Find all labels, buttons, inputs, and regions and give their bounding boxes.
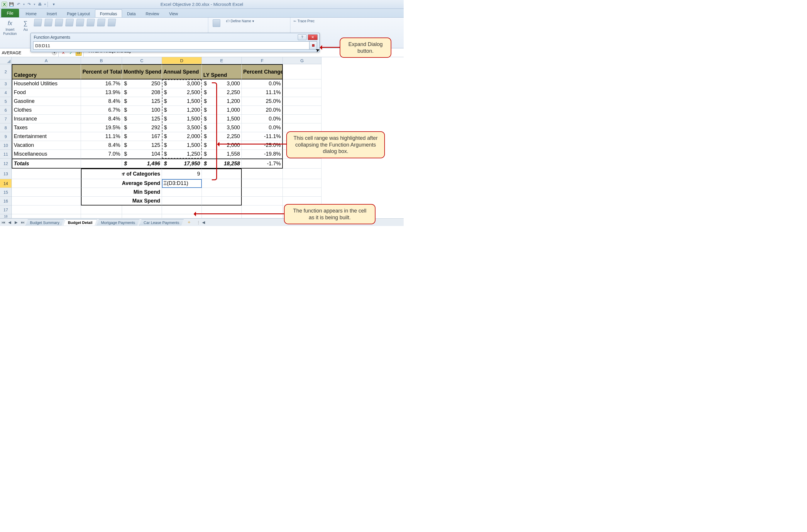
cell-percent-total[interactable]: 19.5% [81,124,122,132]
cell-ly[interactable]: $2,250 [202,88,242,97]
avg-spend-label[interactable]: Average Spend [122,179,162,188]
cell-empty[interactable] [12,188,81,197]
cell-empty[interactable] [283,188,322,197]
cell-monthly[interactable]: $250 [122,79,162,88]
col-header-d[interactable]: D [162,57,202,64]
tab-data[interactable]: Data [122,10,141,17]
cell-percent-total[interactable]: 13.9% [81,88,122,97]
more-functions-icon[interactable] [108,19,116,26]
min-spend-value[interactable] [162,188,202,197]
min-spend-label[interactable]: Min Spend [122,188,162,197]
row-header[interactable]: 14 [0,179,12,188]
cell-annual[interactable]: $1,250 [162,150,202,158]
expand-dialog-button[interactable]: ➤ [310,41,317,50]
cell-change[interactable]: -25.0% [242,141,283,150]
tab-file[interactable]: File [1,9,19,17]
cell-empty[interactable] [283,97,322,106]
cell-category[interactable]: Clothes [12,106,81,115]
cell-category[interactable]: Taxes [12,124,81,132]
tab-insert[interactable]: Insert [42,10,62,17]
cell-monthly[interactable]: $125 [122,141,162,150]
cell-empty[interactable] [283,115,322,124]
excel-icon[interactable]: X [2,2,7,7]
cell-empty[interactable] [283,106,322,115]
row-header[interactable]: 3 [0,79,12,88]
hscroll-left-button[interactable]: ◀ [201,220,206,225]
header-percent-change[interactable]: Percent Change [242,64,283,79]
cell-empty[interactable] [202,197,242,206]
cell-change[interactable]: 20.0% [242,106,283,115]
header-ly-spend[interactable]: LY Spend [202,64,242,79]
recently-used-icon[interactable] [34,19,42,26]
cell-percent-total[interactable]: 11.1% [81,132,122,141]
cell-empty[interactable] [242,197,283,206]
cell-ly[interactable]: $2,250 [202,132,242,141]
date-time-icon[interactable] [76,19,85,26]
max-spend-label[interactable]: Max Spend [122,197,162,206]
cell-empty[interactable] [12,179,81,188]
cell-empty[interactable] [202,214,242,218]
redo-icon[interactable]: ↷ [26,2,32,7]
dialog-help-button[interactable]: ? [298,34,307,40]
cell-annual[interactable]: $2,500 [162,88,202,97]
max-spend-value[interactable] [162,197,202,206]
text-icon[interactable] [66,19,74,26]
totals-ly[interactable]: $18,258 [202,158,242,169]
lookup-ref-icon[interactable] [87,19,95,26]
cell-monthly[interactable]: $292 [122,124,162,132]
col-header-b[interactable]: B [81,57,122,64]
cell-empty[interactable] [202,169,242,179]
customize-qat-icon[interactable]: ▾ [51,2,56,7]
cell-category[interactable]: Insurance [12,115,81,124]
cell-percent-total[interactable]: 7.0% [81,150,122,158]
cell-monthly[interactable]: $208 [122,88,162,97]
function-argument-input[interactable] [33,41,310,50]
cell-empty[interactable] [283,64,322,79]
header-percent-total[interactable]: Percent of Total [81,64,122,79]
cell-percent-total[interactable]: 8.4% [81,141,122,150]
cell-empty[interactable] [12,169,81,179]
cell-ly[interactable]: $1,200 [202,97,242,106]
num-categories-label-part[interactable] [81,169,122,179]
cell-ly[interactable]: $1,558 [202,150,242,158]
cell-change[interactable]: -19.8% [242,150,283,158]
cell-empty[interactable] [242,214,283,218]
define-name-button[interactable]: 🏷 Define Name ▾ [225,19,255,23]
cell-change[interactable]: -11.1% [242,132,283,141]
cell-annual[interactable]: $2,000 [162,132,202,141]
col-header-g[interactable]: G [283,57,322,64]
cell-ly[interactable]: $1,500 [202,115,242,124]
new-sheet-button[interactable]: ✧ [185,220,193,225]
row-header[interactable]: 9 [0,132,12,141]
tab-view[interactable]: View [164,10,183,17]
financial-icon[interactable] [44,19,53,26]
row-header[interactable]: 4 [0,88,12,97]
row-header[interactable]: 18 [0,214,12,218]
cell-ly[interactable]: $1,000 [202,106,242,115]
col-header-a[interactable]: A [12,57,81,64]
cell-empty[interactable] [283,158,322,169]
cell-empty[interactable] [202,206,242,214]
cell-empty[interactable] [12,197,81,206]
cell-monthly[interactable]: $125 [122,97,162,106]
insert-function-button[interactable]: fx Insert Function [2,19,18,36]
header-monthly-spend[interactable]: Monthly Spend [122,64,162,79]
undo-icon[interactable]: ↶ [16,2,21,7]
totals-annual[interactable]: $17,950 [162,158,202,169]
cell-change[interactable]: 25.0% [242,97,283,106]
cell-category[interactable]: Food [12,88,81,97]
cell-empty[interactable] [81,214,122,218]
row-header[interactable]: 5 [0,97,12,106]
cell-empty[interactable] [122,214,162,218]
select-all-corner[interactable] [0,57,12,64]
avg-spend-label-part[interactable] [81,179,122,188]
cell-annual[interactable]: $1,500 [162,141,202,150]
cell-change[interactable]: 0.0% [242,115,283,124]
cell-annual[interactable]: $3,000 [162,79,202,88]
row-header[interactable]: 8 [0,124,12,132]
sheet-nav-prev-button[interactable]: ◀ [7,220,13,225]
num-categories-value[interactable]: 9 [162,169,202,179]
save-icon[interactable]: 💾 [9,2,14,7]
cell-empty[interactable] [283,169,322,179]
cell-empty[interactable] [122,206,162,214]
